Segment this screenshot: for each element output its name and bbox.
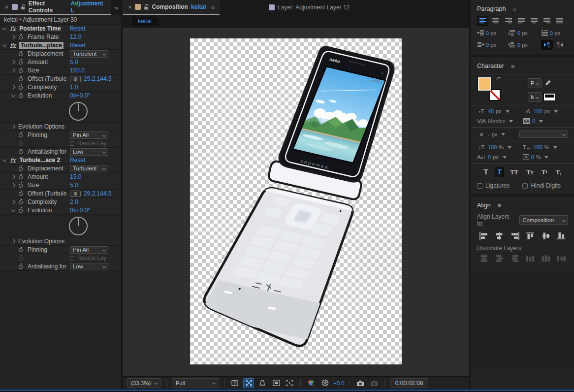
baseline-shift-field[interactable]: Aa↑ 0px	[477, 154, 523, 160]
justify-all-button[interactable]	[554, 16, 565, 26]
effect-header-row[interactable]: fxTurbule...ace 2Reset	[0, 156, 121, 164]
property-value[interactable]: 29.2,144.5	[84, 75, 112, 82]
property-row[interactable]: PinningPin All	[0, 131, 121, 139]
distribute-right-button[interactable]	[555, 254, 567, 263]
property-row[interactable]: Antialiasing forLow	[0, 148, 121, 156]
eyedropper-icon[interactable]	[543, 79, 551, 87]
fast-previews-icon[interactable]	[229, 378, 240, 388]
active-layer-tab[interactable]: Adjustment L	[71, 0, 106, 14]
font-family-dropdown[interactable]: PP Neue Montreal	[528, 78, 542, 88]
stopwatch-icon[interactable]	[18, 191, 24, 197]
expander-icon[interactable]	[11, 93, 15, 97]
displacement-dropdown[interactable]: Turbulent	[70, 50, 108, 58]
panel-menu-icon[interactable]: ≡	[512, 5, 516, 13]
property-row[interactable]: Amount15.0	[0, 173, 121, 181]
align-v-center-button[interactable]	[540, 231, 552, 241]
direction-ltr-button[interactable]: ¶	[541, 40, 553, 50]
grid-guides-options-icon[interactable]	[271, 378, 282, 388]
stroke-style-dropdown[interactable]	[519, 131, 568, 138]
property-value[interactable]: 0x+0.0°	[70, 92, 90, 99]
stopwatch-icon[interactable]	[18, 59, 24, 65]
tracking-field[interactable]: VA 0	[523, 118, 569, 124]
property-value[interactable]: 100.0	[70, 67, 85, 74]
expander-icon[interactable]	[11, 125, 15, 129]
lock-open-icon[interactable]	[144, 4, 149, 10]
checkbox-icon[interactable]	[477, 183, 482, 189]
hindi-digits-checkbox[interactable]: Hindi Digits	[522, 182, 561, 189]
property-value[interactable]: 1.0	[70, 84, 78, 91]
kerning-field[interactable]: V/A Metrics	[477, 118, 523, 124]
resolution-dropdown[interactable]: Full	[172, 378, 219, 388]
evolution-dial[interactable]	[69, 102, 88, 121]
checkbox-icon[interactable]	[70, 141, 74, 146]
property-value[interactable]: 29.2,144.5	[84, 190, 112, 197]
stroke-color-swatch[interactable]	[489, 89, 501, 101]
property-value[interactable]: 0x+0.0°	[70, 207, 90, 214]
space-before-field[interactable]: 0px	[509, 30, 541, 36]
align-h-center-button[interactable]	[493, 231, 505, 241]
stopwatch-icon[interactable]	[18, 182, 24, 189]
stopwatch-icon[interactable]	[18, 247, 24, 253]
lock-open-icon[interactable]	[21, 4, 26, 10]
stopwatch-icon[interactable]	[18, 132, 24, 138]
align-to-dropdown[interactable]: Composition	[519, 215, 568, 225]
distribute-bottom-button[interactable]	[509, 254, 521, 263]
property-row[interactable]: Evolution Options	[0, 123, 121, 131]
property-row[interactable]: PinningPin All	[0, 246, 121, 254]
first-line-indent-field[interactable]: 0px	[541, 30, 569, 36]
pinning-dropdown[interactable]: Pin All	[70, 131, 108, 139]
property-row[interactable]: Complexity1.0	[0, 83, 121, 92]
stopwatch-icon[interactable]	[18, 263, 24, 270]
property-row[interactable]: Offset (Turbule⊕29.2,144.5	[0, 75, 121, 83]
snapshot-icon[interactable]	[355, 378, 366, 388]
faux-bold-button[interactable]: T	[481, 168, 490, 177]
align-left-edge-button[interactable]	[478, 231, 490, 241]
stopwatch-icon[interactable]	[18, 174, 24, 180]
stopwatch-icon[interactable]	[18, 255, 24, 261]
tsume-field[interactable]: ·¤· 0%	[523, 154, 569, 160]
property-value[interactable]: 15.0	[70, 173, 81, 180]
font-style-dropdown[interactable]: Medium	[528, 92, 542, 102]
distribute-v-center-button[interactable]	[493, 254, 505, 263]
expander-icon[interactable]	[2, 26, 6, 30]
space-after-field[interactable]: 0px	[509, 42, 541, 48]
expander-icon[interactable]	[11, 208, 15, 212]
align-top-edge-button[interactable]	[524, 231, 536, 241]
transparency-grid-icon[interactable]	[243, 378, 254, 388]
stopwatch-icon[interactable]	[18, 34, 24, 40]
stopwatch-icon[interactable]	[18, 207, 24, 214]
expander-icon[interactable]	[11, 239, 15, 243]
indent-left-field[interactable]: 0px	[477, 30, 509, 36]
property-row[interactable]: Size100.0	[0, 66, 121, 75]
expander-icon[interactable]	[11, 60, 15, 64]
justify-last-center-button[interactable]	[528, 16, 540, 26]
property-row[interactable]: DisplacementTurbulent	[0, 50, 121, 58]
reset-link[interactable]: Reset	[70, 157, 85, 163]
justify-last-left-button[interactable]	[515, 16, 527, 26]
property-row[interactable]: Resize Lay	[0, 254, 121, 262]
panel-overflow-icon[interactable]: »	[111, 0, 121, 15]
reset-link[interactable]: Reset	[70, 25, 85, 32]
direction-rtl-button[interactable]: ¶	[554, 40, 566, 50]
align-right-button[interactable]	[503, 16, 514, 26]
close-tab-icon[interactable]: ×	[5, 4, 9, 10]
expander-icon[interactable]	[11, 35, 15, 39]
stroke-width-field[interactable]: ≡ -px	[477, 131, 519, 138]
effect-header-row[interactable]: fxTurbule...placeReset	[0, 41, 121, 50]
close-tab-icon[interactable]: ×	[128, 4, 132, 10]
point-picker-button[interactable]: ⊕	[70, 191, 81, 197]
stopwatch-icon[interactable]	[18, 76, 24, 82]
property-value[interactable]: 5.0	[70, 59, 78, 65]
indent-right-field[interactable]: 0px	[477, 42, 509, 48]
property-row[interactable]: Frame Rate12.0	[0, 33, 121, 41]
stopwatch-icon[interactable]	[18, 199, 24, 205]
checkbox-icon[interactable]	[522, 183, 528, 189]
property-row[interactable]: Antialiasing forLow	[0, 262, 121, 271]
stopwatch-icon[interactable]	[18, 165, 24, 172]
property-value[interactable]: 5.0	[70, 182, 78, 189]
distribute-h-center-button[interactable]	[540, 254, 552, 263]
checkbox-icon[interactable]	[70, 256, 74, 261]
displacement-dropdown[interactable]: Turbulent	[70, 165, 108, 172]
panel-menu-icon[interactable]: ≡	[211, 3, 215, 11]
pinning-dropdown[interactable]: Pin All	[70, 246, 108, 254]
